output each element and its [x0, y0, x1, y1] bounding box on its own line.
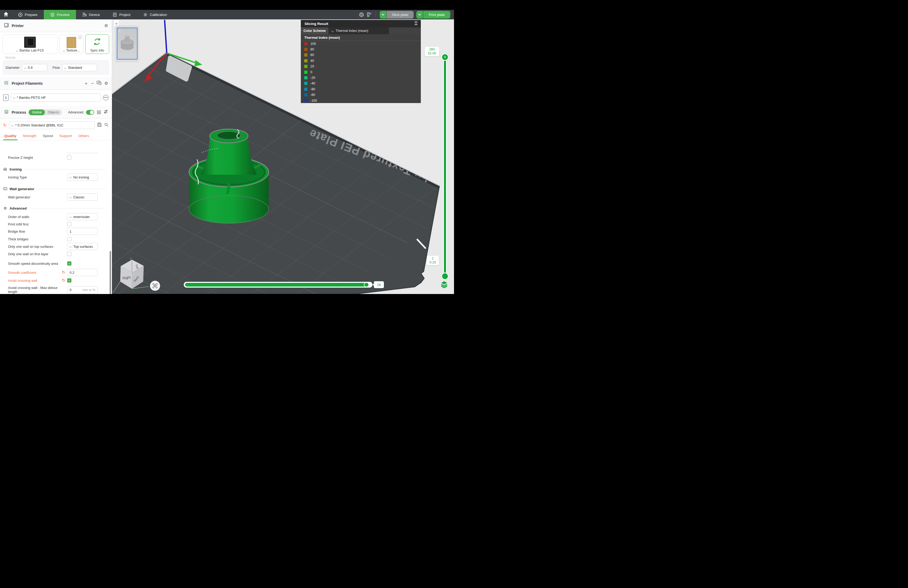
- one-wall-first-layer-checkbox[interactable]: [67, 252, 71, 256]
- spiral-icon[interactable]: [359, 12, 364, 17]
- printer-name: Bambu Lab P1S: [19, 48, 43, 52]
- tab-preview-label: Preview: [57, 13, 69, 17]
- printer-cards: Bambu Lab P1S i Texture... Sync info: [0, 32, 112, 54]
- legend-value: 0: [311, 70, 312, 74]
- layer-slider-top-handle[interactable]: +: [441, 53, 449, 61]
- tab-quality[interactable]: Quality: [1, 132, 19, 140]
- step-slider[interactable]: [184, 282, 372, 288]
- smooth-coefficient-input[interactable]: 0.2: [67, 269, 98, 276]
- setting-label: Order of walls: [8, 215, 63, 219]
- preset-row: ↻ * 0.20mm Standard @BBL X1C: [0, 119, 112, 131]
- legend-row: -40: [301, 81, 421, 86]
- nozzle-diameter-select[interactable]: 0.4: [22, 64, 47, 71]
- nav-cube-x-label: x: [113, 290, 114, 293]
- sidebar-scrollbar[interactable]: [109, 251, 111, 294]
- precise-z-height-checkbox[interactable]: [67, 155, 71, 159]
- home-button[interactable]: [0, 10, 12, 19]
- avoid-crossing-wall-checkbox[interactable]: ✓: [67, 278, 71, 283]
- setting-label: Avoid crossing wall - Max detour length: [8, 286, 63, 294]
- legend-swatch: [304, 65, 307, 68]
- setting-label: Only one wall on first layer: [8, 252, 63, 256]
- plate-thumbnail[interactable]: 1: [117, 27, 137, 60]
- tab-strength[interactable]: Strength: [19, 132, 40, 140]
- wall-generator-select[interactable]: Classic: [67, 193, 98, 201]
- legend-swatch: [304, 59, 307, 63]
- tab-preview[interactable]: Preview: [44, 10, 76, 19]
- setting-row-print-infill-first: Print infill first: [0, 221, 112, 227]
- bridge-flow-input[interactable]: 1: [67, 228, 98, 235]
- section-divider: [37, 189, 105, 189]
- sync-info-button[interactable]: Sync info: [85, 34, 109, 54]
- plate-stats-icon[interactable]: [367, 12, 372, 17]
- tune-icon[interactable]: [103, 110, 108, 115]
- chevron-down-icon: [69, 196, 72, 198]
- undo-icon[interactable]: ↻: [62, 271, 65, 275]
- info-icon[interactable]: i: [78, 35, 82, 39]
- legend-row: 0: [301, 69, 421, 75]
- add-filament-icon[interactable]: ＋: [84, 81, 89, 86]
- process-section-header: Process Global Objects Advanced: [0, 106, 112, 119]
- step-slider-handle[interactable]: [364, 282, 369, 287]
- bridge-flow-value: 1: [69, 229, 71, 234]
- layers-view-icon[interactable]: [440, 280, 448, 288]
- layer-slider-bottom-handle[interactable]: [441, 272, 449, 280]
- slice-plate-dropdown[interactable]: [380, 11, 386, 19]
- advanced-toggle[interactable]: [86, 110, 94, 115]
- slice-plate-button[interactable]: Slice plate: [386, 11, 414, 19]
- setting-label: Wall generator: [8, 195, 63, 199]
- tab-prepare-label: Prepare: [25, 13, 37, 17]
- layer-range-slider[interactable]: +: [443, 55, 447, 278]
- collapse-panel-icon[interactable]: [415, 21, 417, 26]
- layer-slider-fill: [444, 56, 446, 276]
- advanced-gear-icon: ⚙: [3, 206, 7, 210]
- ironing-type-select[interactable]: No ironing: [67, 174, 98, 181]
- scope-global[interactable]: Global: [29, 110, 45, 115]
- process-scope-toggle[interactable]: Global Objects: [29, 110, 62, 115]
- printer-select-card[interactable]: Bambu Lab P1S: [2, 34, 58, 54]
- tab-others[interactable]: Others: [75, 132, 92, 140]
- max-detour-input[interactable]: 0mm or %: [67, 286, 98, 293]
- remove-filament-icon[interactable]: −: [91, 81, 94, 86]
- section-title: Ironing: [10, 167, 22, 171]
- process-icon: [4, 110, 9, 115]
- filament-name: * Bambu PETG HF: [17, 96, 46, 100]
- plate-type-name: Texture...: [66, 48, 80, 52]
- print-plate-button[interactable]: Print plate: [423, 11, 450, 19]
- reset-view-button[interactable]: [150, 281, 160, 291]
- settings-list-icon[interactable]: [97, 111, 101, 114]
- scope-objects[interactable]: Objects: [45, 111, 62, 114]
- sync-icon: [93, 37, 102, 47]
- nav-cube-z-label: z: [130, 256, 132, 260]
- print-plate-dropdown[interactable]: [416, 11, 423, 19]
- view-cube-icon: [152, 283, 158, 289]
- undo-icon[interactable]: ↻: [62, 278, 65, 283]
- tab-prepare[interactable]: Prepare: [12, 10, 44, 19]
- plate-type-card[interactable]: i Texture...: [60, 34, 84, 54]
- print-infill-first-checkbox[interactable]: [67, 222, 71, 226]
- tab-calibration[interactable]: Calibration: [137, 10, 173, 19]
- filament-more-button[interactable]: •••: [103, 95, 109, 100]
- legend-row: 80: [301, 47, 421, 52]
- tab-project[interactable]: Project: [106, 10, 137, 19]
- thick-bridges-checkbox[interactable]: [67, 237, 71, 241]
- save-preset-icon[interactable]: [97, 122, 102, 128]
- color-scheme-select[interactable]: Thermal Index (mean): [328, 27, 389, 34]
- filament-select[interactable]: * Bambu PETG HF: [11, 93, 101, 102]
- tab-speed[interactable]: Speed: [40, 132, 56, 140]
- viewport-3d[interactable]: Bambu Textured PEI Plate: [112, 19, 454, 294]
- plate-mark: [418, 287, 423, 292]
- process-preset-select[interactable]: * 0.20mm Standard @BBL X1C: [9, 121, 95, 129]
- ams-sync-icon[interactable]: [97, 81, 102, 86]
- preset-reset-icon[interactable]: ↻: [3, 123, 6, 127]
- smooth-speed-checkbox[interactable]: ✓: [67, 261, 71, 266]
- setting-row-thick-bridges: Thick bridges: [0, 235, 112, 243]
- flow-select[interactable]: Standard: [62, 64, 97, 71]
- advanced-label: Advanced: [68, 110, 84, 114]
- order-of-walls-select[interactable]: inner/outer: [67, 213, 98, 221]
- printer-settings-gear-icon[interactable]: ⚙: [104, 24, 108, 28]
- one-wall-top-select[interactable]: Top surfaces: [67, 243, 98, 250]
- search-icon[interactable]: [104, 122, 109, 128]
- tab-support[interactable]: Support: [56, 132, 75, 140]
- filament-settings-gear-icon[interactable]: ⚙: [104, 81, 108, 85]
- tab-device[interactable]: Device: [76, 10, 106, 19]
